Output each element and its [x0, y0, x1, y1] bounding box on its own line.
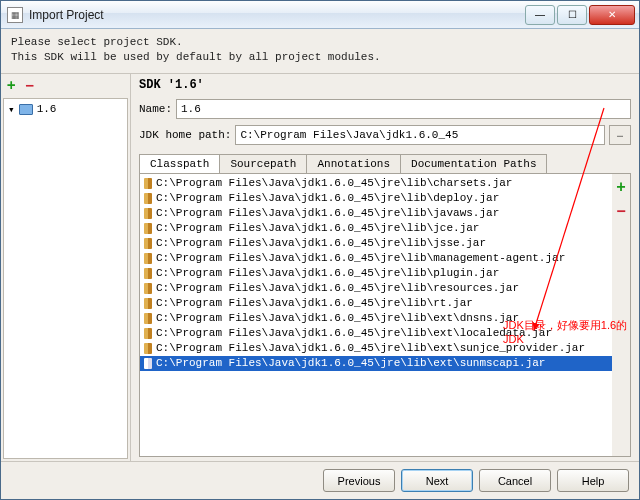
- classpath-list[interactable]: C:\Program Files\Java\jdk1.6.0_45\jre\li…: [140, 174, 612, 456]
- name-row: Name:: [131, 96, 639, 122]
- jar-icon: [144, 178, 152, 189]
- jar-icon: [144, 313, 152, 324]
- home-input[interactable]: [235, 125, 605, 145]
- next-button[interactable]: Next: [401, 469, 473, 492]
- minimize-button[interactable]: —: [525, 5, 555, 25]
- classpath-path: C:\Program Files\Java\jdk1.6.0_45\jre\li…: [156, 266, 499, 281]
- classpath-panel: C:\Program Files\Java\jdk1.6.0_45\jre\li…: [139, 173, 631, 457]
- annotation-text: JDK目录，好像要用1.6的JDK: [503, 318, 628, 347]
- home-label: JDK home path:: [139, 129, 231, 141]
- maximize-button[interactable]: ☐: [557, 5, 587, 25]
- classpath-path: C:\Program Files\Java\jdk1.6.0_45\jre\li…: [156, 221, 479, 236]
- classpath-row[interactable]: C:\Program Files\Java\jdk1.6.0_45\jre\li…: [140, 206, 612, 221]
- tree-expand-icon[interactable]: ▾: [8, 103, 15, 116]
- classpath-row[interactable]: C:\Program Files\Java\jdk1.6.0_45\jre\li…: [140, 296, 612, 311]
- classpath-row[interactable]: C:\Program Files\Java\jdk1.6.0_45\jre\li…: [140, 236, 612, 251]
- classpath-path: C:\Program Files\Java\jdk1.6.0_45\jre\li…: [156, 326, 552, 341]
- classpath-row[interactable]: C:\Program Files\Java\jdk1.6.0_45\jre\li…: [140, 221, 612, 236]
- jar-icon: [144, 253, 152, 264]
- jar-icon: [144, 208, 152, 219]
- tab-annotations[interactable]: Annotations: [306, 154, 401, 173]
- classpath-path: C:\Program Files\Java\jdk1.6.0_45\jre\li…: [156, 236, 486, 251]
- close-button[interactable]: ✕: [589, 5, 635, 25]
- body: + − ▾ 1.6 SDK '1.6' Name:: [1, 73, 639, 461]
- tab-classpath[interactable]: Classpath: [139, 154, 220, 173]
- jar-icon: [144, 283, 152, 294]
- classpath-row[interactable]: C:\Program Files\Java\jdk1.6.0_45\jre\li…: [140, 251, 612, 266]
- sidebar-toolbar: + −: [1, 74, 130, 96]
- remove-sdk-button[interactable]: −: [25, 77, 33, 93]
- instruction-line-2: This SDK will be used by default by all …: [11, 50, 629, 65]
- classpath-toolbar: + −: [612, 174, 630, 456]
- jar-icon: [144, 223, 152, 234]
- jar-icon: [144, 193, 152, 204]
- jar-icon: [144, 298, 152, 309]
- name-label: Name:: [139, 103, 172, 115]
- add-sdk-button[interactable]: +: [7, 77, 15, 93]
- sidebar: + − ▾ 1.6: [1, 74, 131, 461]
- dialog-window: ▦ Import Project — ☐ ✕ Please select pro…: [0, 0, 640, 500]
- sdk-tree-label: 1.6: [37, 103, 57, 115]
- jar-icon: [144, 343, 152, 354]
- tab-sourcepath[interactable]: Sourcepath: [219, 154, 307, 173]
- previous-button[interactable]: Previous: [323, 469, 395, 492]
- classpath-path: C:\Program Files\Java\jdk1.6.0_45\jre\li…: [156, 176, 512, 191]
- browse-button[interactable]: …: [609, 125, 631, 145]
- sdk-tree[interactable]: ▾ 1.6: [3, 98, 128, 459]
- tabs: Classpath Sourcepath Annotations Documen…: [139, 154, 631, 173]
- jar-icon: [144, 358, 152, 369]
- classpath-path: C:\Program Files\Java\jdk1.6.0_45\jre\li…: [156, 311, 519, 326]
- content: Please select project SDK. This SDK will…: [1, 29, 639, 499]
- sdk-heading: SDK '1.6': [131, 74, 639, 96]
- classpath-row[interactable]: C:\Program Files\Java\jdk1.6.0_45\jre\li…: [140, 356, 612, 371]
- titlebar[interactable]: ▦ Import Project — ☐ ✕: [1, 1, 639, 29]
- cancel-button[interactable]: Cancel: [479, 469, 551, 492]
- classpath-path: C:\Program Files\Java\jdk1.6.0_45\jre\li…: [156, 206, 499, 221]
- classpath-path: C:\Program Files\Java\jdk1.6.0_45\jre\li…: [156, 251, 565, 266]
- home-row: JDK home path: …: [131, 122, 639, 148]
- classpath-path: C:\Program Files\Java\jdk1.6.0_45\jre\li…: [156, 356, 545, 371]
- remove-classpath-button[interactable]: −: [616, 202, 625, 220]
- classpath-row[interactable]: C:\Program Files\Java\jdk1.6.0_45\jre\li…: [140, 266, 612, 281]
- app-icon: ▦: [7, 7, 23, 23]
- window-title: Import Project: [29, 8, 525, 22]
- jar-icon: [144, 268, 152, 279]
- classpath-path: C:\Program Files\Java\jdk1.6.0_45\jre\li…: [156, 296, 473, 311]
- jar-icon: [144, 238, 152, 249]
- classpath-row[interactable]: C:\Program Files\Java\jdk1.6.0_45\jre\li…: [140, 281, 612, 296]
- jar-icon: [144, 328, 152, 339]
- classpath-path: C:\Program Files\Java\jdk1.6.0_45\jre\li…: [156, 191, 499, 206]
- help-button[interactable]: Help: [557, 469, 629, 492]
- instructions: Please select project SDK. This SDK will…: [1, 29, 639, 73]
- main-panel: SDK '1.6' Name: JDK home path: … Classpa…: [131, 74, 639, 461]
- instruction-line-1: Please select project SDK.: [11, 35, 629, 50]
- name-input[interactable]: [176, 99, 631, 119]
- classpath-row[interactable]: C:\Program Files\Java\jdk1.6.0_45\jre\li…: [140, 191, 612, 206]
- folder-icon: [19, 104, 33, 115]
- classpath-row[interactable]: C:\Program Files\Java\jdk1.6.0_45\jre\li…: [140, 176, 612, 191]
- tab-documentation[interactable]: Documentation Paths: [400, 154, 547, 173]
- footer: Previous Next Cancel Help: [1, 461, 639, 499]
- sdk-tree-item[interactable]: ▾ 1.6: [8, 103, 123, 116]
- classpath-path: C:\Program Files\Java\jdk1.6.0_45\jre\li…: [156, 281, 519, 296]
- add-classpath-button[interactable]: +: [616, 178, 625, 196]
